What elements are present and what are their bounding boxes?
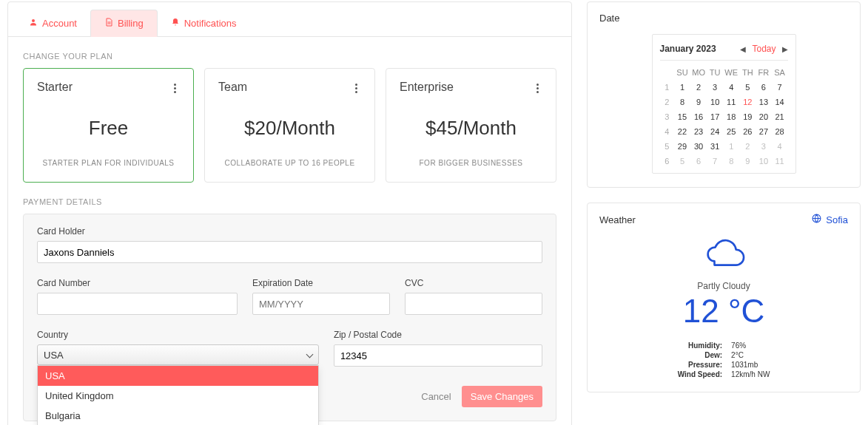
calendar-week-num: 3 bbox=[660, 109, 675, 124]
tab-account[interactable]: Account bbox=[16, 10, 90, 36]
calendar-day[interactable]: 2 bbox=[690, 80, 707, 95]
weather-location-name: Sofia bbox=[826, 214, 848, 225]
card-holder-label: Card Holder bbox=[37, 226, 542, 237]
calendar-day[interactable]: 18 bbox=[723, 109, 739, 124]
plan-card[interactable]: Team$20/MonthCOLLABORATE UP TO 16 PEOPLE bbox=[204, 68, 375, 183]
calendar-day[interactable]: 2 bbox=[739, 139, 756, 154]
plan-card[interactable]: StarterFreeSTARTER PLAN FOR INDIVIDUALS bbox=[23, 68, 194, 183]
calendar-day[interactable]: 25 bbox=[723, 124, 739, 139]
calendar-day[interactable]: 14 bbox=[772, 95, 788, 109]
tab-label: Notifications bbox=[184, 18, 237, 29]
calendar-day[interactable]: 28 bbox=[772, 124, 788, 139]
country-label: Country bbox=[37, 330, 319, 340]
calendar-day[interactable]: 10 bbox=[707, 95, 723, 109]
calendar-day[interactable]: 9 bbox=[739, 154, 756, 169]
calendar-day[interactable]: 30 bbox=[690, 139, 707, 154]
tab-notifications[interactable]: Notifications bbox=[158, 10, 250, 36]
calendar-day[interactable]: 5 bbox=[739, 80, 756, 95]
calendar-day[interactable]: 11 bbox=[723, 95, 739, 109]
calendar-day[interactable]: 24 bbox=[707, 124, 723, 139]
more-icon[interactable] bbox=[169, 81, 180, 96]
calendar-day[interactable]: 23 bbox=[690, 124, 707, 139]
calendar-day[interactable]: 5 bbox=[674, 154, 690, 169]
calendar-day[interactable]: 7 bbox=[772, 80, 788, 95]
calendar-day[interactable]: 12 bbox=[739, 95, 756, 109]
country-option[interactable]: USA bbox=[38, 366, 318, 386]
calendar-day[interactable]: 4 bbox=[723, 80, 739, 95]
calendar-dow: MO bbox=[690, 65, 707, 80]
calendar-day[interactable]: 6 bbox=[690, 154, 707, 169]
change-plan-label: CHANGE YOUR PLAN bbox=[8, 37, 571, 68]
calendar-day[interactable]: 19 bbox=[739, 109, 756, 124]
calendar-day[interactable]: 22 bbox=[674, 124, 690, 139]
plan-card[interactable]: Enterprise$45/MonthFOR BIGGER BUSINESSES bbox=[386, 68, 556, 183]
calendar-day[interactable]: 27 bbox=[756, 124, 772, 139]
calendar-dow: TH bbox=[739, 65, 756, 80]
zip-input[interactable] bbox=[334, 344, 542, 367]
weather-detail-key: Wind Speed: bbox=[678, 370, 730, 378]
weather-detail-val: 76% bbox=[731, 341, 770, 350]
plan-list: StarterFreeSTARTER PLAN FOR INDIVIDUALST… bbox=[8, 68, 571, 183]
calendar-day[interactable]: 3 bbox=[756, 139, 772, 154]
card-number-input[interactable] bbox=[37, 293, 238, 315]
calendar-day[interactable]: 13 bbox=[756, 95, 772, 109]
calendar-day[interactable]: 29 bbox=[674, 139, 690, 154]
more-icon[interactable] bbox=[532, 81, 542, 96]
expiration-input[interactable] bbox=[252, 293, 390, 315]
zip-label: Zip / Postal Code bbox=[334, 330, 542, 340]
calendar-day[interactable]: 26 bbox=[739, 124, 756, 139]
calendar-prev-icon[interactable]: ◀ bbox=[740, 45, 746, 53]
calendar-day[interactable]: 9 bbox=[690, 95, 707, 109]
tab-billing[interactable]: Billing bbox=[90, 10, 158, 37]
calendar-day[interactable]: 10 bbox=[756, 154, 772, 169]
weather-condition: Partly Cloudy bbox=[602, 281, 845, 291]
weather-details: Humidity:76%Dew:2°CPressure:1031mbWind S… bbox=[676, 340, 772, 380]
plan-desc: COLLABORATE UP TO 16 PEOPLE bbox=[218, 159, 361, 167]
plan-name: Team bbox=[218, 81, 247, 94]
calendar-day[interactable]: 3 bbox=[707, 80, 723, 95]
calendar-month: January 2023 bbox=[660, 44, 716, 54]
calendar-day[interactable]: 16 bbox=[690, 109, 707, 124]
weather-location[interactable]: Sofia bbox=[812, 214, 848, 225]
more-icon[interactable] bbox=[351, 81, 361, 96]
calendar: SUMOTUWETHFRSA 1123456728910111213143151… bbox=[660, 65, 788, 169]
calendar-day[interactable]: 31 bbox=[707, 139, 723, 154]
chevron-down-icon bbox=[306, 350, 313, 358]
country-option[interactable]: United Kingdom bbox=[38, 386, 318, 406]
calendar-day[interactable]: 17 bbox=[707, 109, 723, 124]
payment-details-label: PAYMENT DETAILS bbox=[8, 183, 571, 214]
date-panel: Date January 2023 ◀ Today ▶ SUMOTUWETHFR… bbox=[587, 1, 861, 188]
plan-name: Enterprise bbox=[400, 81, 454, 94]
weather-detail-val: 12km/h NW bbox=[731, 370, 770, 378]
card-holder-input[interactable] bbox=[37, 241, 542, 263]
plan-desc: STARTER PLAN FOR INDIVIDUALS bbox=[37, 159, 180, 167]
calendar-day[interactable]: 21 bbox=[772, 109, 788, 124]
calendar-day[interactable]: 8 bbox=[674, 95, 690, 109]
calendar-week-num: 1 bbox=[660, 80, 675, 95]
calendar-day[interactable]: 6 bbox=[756, 80, 772, 95]
calendar-day[interactable]: 1 bbox=[674, 80, 690, 95]
weather-detail-key: Pressure: bbox=[678, 361, 730, 369]
country-option[interactable]: Bulgaria bbox=[38, 406, 318, 425]
calendar-day[interactable]: 11 bbox=[772, 154, 788, 169]
calendar-today-button[interactable]: Today bbox=[752, 44, 776, 54]
person-icon bbox=[29, 18, 38, 29]
cvc-label: CVC bbox=[405, 278, 542, 288]
calendar-next-icon[interactable]: ▶ bbox=[782, 45, 788, 53]
calendar-day[interactable]: 20 bbox=[756, 109, 772, 124]
calendar-week-num: 4 bbox=[660, 124, 675, 139]
calendar-day[interactable]: 8 bbox=[723, 154, 739, 169]
cancel-button[interactable]: Cancel bbox=[421, 391, 451, 402]
calendar-day[interactable]: 4 bbox=[772, 139, 788, 154]
calendar-day[interactable]: 7 bbox=[707, 154, 723, 169]
weather-detail-key: Humidity: bbox=[678, 341, 730, 350]
save-button[interactable]: Save Changes bbox=[462, 386, 542, 407]
tab-bar: Account Billing Notifications bbox=[8, 2, 571, 37]
weather-panel-title: Weather bbox=[599, 214, 636, 225]
country-select[interactable]: USA bbox=[37, 344, 319, 365]
cvc-input[interactable] bbox=[405, 293, 542, 315]
plan-name: Starter bbox=[37, 81, 73, 94]
calendar-day[interactable]: 1 bbox=[723, 139, 739, 154]
calendar-day[interactable]: 15 bbox=[674, 109, 690, 124]
plan-desc: FOR BIGGER BUSINESSES bbox=[400, 159, 542, 167]
